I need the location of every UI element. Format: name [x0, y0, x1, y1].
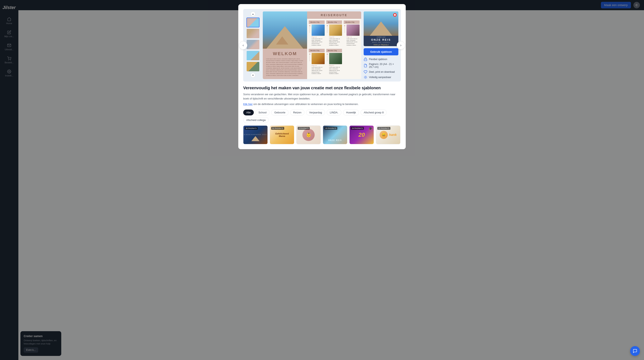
chat-button[interactable] — [630, 346, 640, 356]
feature-item-customizable: Volledig aanpasbaar — [364, 75, 398, 79]
spread-left-content: WELKOM Lorem ipsum dolor sit amet, conse… — [263, 49, 307, 79]
thumb-scroll-down-button[interactable]: ▼ — [250, 73, 256, 78]
cover-main-title: ONZE REIS — [371, 38, 391, 41]
modal-description-2-text: om de definitieve uitvoeringen voor afdr… — [252, 103, 358, 106]
route-text-2: Lorem ipsum dolor sit amet, consectetur … — [312, 67, 325, 74]
next-arrow-button[interactable]: › — [397, 41, 405, 50]
modal-description-2: Klik hier om de definitieve uitvoeringen… — [243, 102, 401, 106]
template-card-1-image: EINDEJAARBOEK 2022 36 PAGINA'S — [244, 126, 268, 144]
filter-verjaardag[interactable]: Verjaardag — [306, 110, 325, 115]
thumbnail-strip: ▲ ▼ — [246, 12, 260, 79]
spread-preview: WELKOM Lorem ipsum dolor sit amet, conse… — [263, 12, 361, 79]
template-card-3-pages: 8 PAGINA'S — [298, 127, 310, 130]
route-city-3: Mesiko City — [326, 21, 342, 24]
route-city-2: Mesiko City — [309, 49, 325, 52]
heart-icon — [364, 70, 367, 74]
svg-line-12 — [364, 78, 364, 79]
route-column-3: Mesiko City Pag 7-8 — [344, 21, 360, 78]
modal-overlay: × ‹ ▲ ▼ — [0, 0, 644, 360]
click-here-link[interactable]: Klik hier — [243, 103, 252, 106]
template-card-2[interactable]: GefeliciteerdMama 52 PAGINA'S — [270, 125, 294, 144]
thumb-scroll-up-button[interactable]: ▲ — [250, 12, 256, 16]
magazine-spread: WELKOM Lorem ipsum dolor sit amet, conse… — [263, 12, 361, 79]
spread-right-page: REISEROUTE Mesiko City — [307, 12, 361, 79]
template-card-4[interactable]: ONZE REIS MEXICO · PERU 20 PAGINA'S — [323, 125, 347, 144]
feature-pages-label: Pagina's: 20 (A4 - 21 × 29,7 cm) — [369, 63, 398, 69]
template-card-1[interactable]: EINDEJAARBOEK 2022 36 PAGINA'S — [243, 125, 268, 144]
document-icon — [364, 64, 367, 68]
spread-welcome-title: WELKOM — [266, 51, 304, 56]
template-card-3-image: 👶 8 PAGINA'S — [296, 126, 320, 144]
spread-left-image — [263, 12, 307, 49]
cover-bottom: ZOMER 2023 ONZE REIS MEXICO · PERU · GUA… — [364, 36, 398, 46]
template-card-5[interactable]: 20 🎓 24 PAGINA'S — [349, 125, 374, 144]
spread-left-page: WELKOM Lorem ipsum dolor sit amet, conse… — [263, 12, 307, 79]
svg-line-13 — [366, 76, 367, 76]
thumbnail-5[interactable] — [246, 62, 260, 72]
route-image-3 — [329, 25, 342, 36]
template-card-6-pages: 12 PAGINA'S — [377, 127, 390, 130]
feature-customizable-label: Volledig aanpasbaar — [369, 76, 391, 79]
svg-point-5 — [365, 76, 366, 78]
template-card-4-pages: 20 PAGINA'S — [324, 127, 337, 130]
template-card-3[interactable]: 👶 8 PAGINA'S — [296, 125, 321, 144]
template-card-1-pages: 36 PAGINA'S — [244, 127, 258, 130]
template-card-2-pages: 52 PAGINA'S — [271, 127, 284, 130]
preview-area: ‹ ▲ ▼ — [243, 9, 401, 82]
filter-tags: Alle School Geboorte Reizen Verjaardag L… — [243, 110, 401, 123]
cover-year-label: ZOMER 2023 — [377, 36, 386, 38]
template-card-6[interactable]: 😄 hank 12 PAGINA'S — [376, 125, 400, 144]
filter-school[interactable]: School — [256, 110, 270, 115]
lock-icon — [364, 57, 367, 61]
route-content: Mesiko City Pag 1-2 — [307, 19, 361, 79]
modal-title: Vereenvoudig het maken van jouw creatie … — [243, 86, 401, 90]
route-text-3: Lorem ipsum dolor sit amet, consectetur … — [329, 38, 342, 46]
svg-line-9 — [366, 78, 367, 79]
cover-subtitle: MEXICO · PERU · GUATEMALA — [372, 42, 390, 43]
svg-rect-4 — [364, 59, 367, 61]
feature-list: Flexibel sjabloon Pagina's: 20 (A4 - 21 … — [364, 57, 398, 79]
route-column-2: Mesiko City Pag 3-5 — [326, 21, 342, 78]
route-image-1 — [312, 25, 325, 36]
template-grid: EINDEJAARBOEK 2022 36 PAGINA'S Gefelicit… — [243, 125, 401, 144]
template-card-6-image: 😄 hank 12 PAGINA'S — [376, 126, 400, 144]
preview-right-panel: ZOMER 2023 ONZE REIS MEXICO · PERU · GUA… — [364, 12, 398, 79]
filter-afscheid-groep-8[interactable]: Afscheid groep 8 — [360, 110, 387, 115]
route-text-4: Lorem ipsum dolor sit amet, consectetur … — [329, 67, 342, 74]
feature-item-pages: Pagina's: 20 (A4 - 21 × 29,7 cm) — [364, 63, 398, 69]
filter-afscheid-collega[interactable]: Afscheid collega — [243, 117, 269, 123]
filter-huwelijk[interactable]: Huwelijk — [343, 110, 359, 115]
cover-image — [364, 12, 398, 36]
feature-item-share: Deel, print en download — [364, 70, 398, 74]
modal: × ‹ ▲ ▼ — [238, 4, 406, 149]
feature-flexible-label: Flexibel sjabloon — [369, 58, 387, 61]
modal-description-1: Soms veranderen we van gedachten. Met on… — [243, 92, 401, 101]
feature-share-label: Deel, print en download — [369, 71, 395, 73]
filter-geboorte[interactable]: Geboorte — [271, 110, 288, 115]
filter-linda[interactable]: LINDA. — [327, 110, 342, 115]
template-card-5-image: 20 🎓 24 PAGINA'S — [350, 126, 374, 144]
template-card-5-pages: 24 PAGINA'S — [351, 127, 364, 130]
chat-icon — [633, 349, 637, 353]
thumbnail-4[interactable] — [246, 51, 260, 61]
route-image-4 — [329, 53, 342, 64]
template-card-2-image: GefeliciteerdMama 52 PAGINA'S — [270, 126, 294, 144]
feature-item-flexible: Flexibel sjabloon — [364, 57, 398, 61]
cover-tagline: VIVA LA TEQUILA — [374, 44, 388, 46]
route-city-4: Mesiko City — [326, 49, 342, 52]
route-header: REISEROUTE — [307, 12, 361, 19]
thumbnail-1[interactable] — [246, 18, 260, 27]
use-template-button[interactable]: Gebruik sjabloon — [364, 48, 398, 55]
cover-preview: ZOMER 2023 ONZE REIS MEXICO · PERU · GUA… — [364, 12, 398, 46]
bulb-icon — [364, 75, 367, 79]
route-text-1: Lorem ipsum dolor sit amet, consectetur … — [312, 38, 325, 46]
filter-reizen[interactable]: Reizen — [290, 110, 304, 115]
template-card-4-image: ONZE REIS MEXICO · PERU 20 PAGINA'S — [323, 126, 347, 144]
prev-arrow-button[interactable]: ‹ — [239, 41, 247, 50]
thumbnail-2[interactable] — [246, 29, 260, 39]
thumbnail-3[interactable] — [246, 40, 260, 50]
route-text-5: Lorem ipsum dolor sit amet, consectetur … — [346, 38, 360, 46]
filter-alle[interactable]: Alle — [243, 110, 254, 115]
svg-line-8 — [364, 76, 364, 76]
route-column: Mesiko City Pag 1-2 — [309, 21, 325, 78]
